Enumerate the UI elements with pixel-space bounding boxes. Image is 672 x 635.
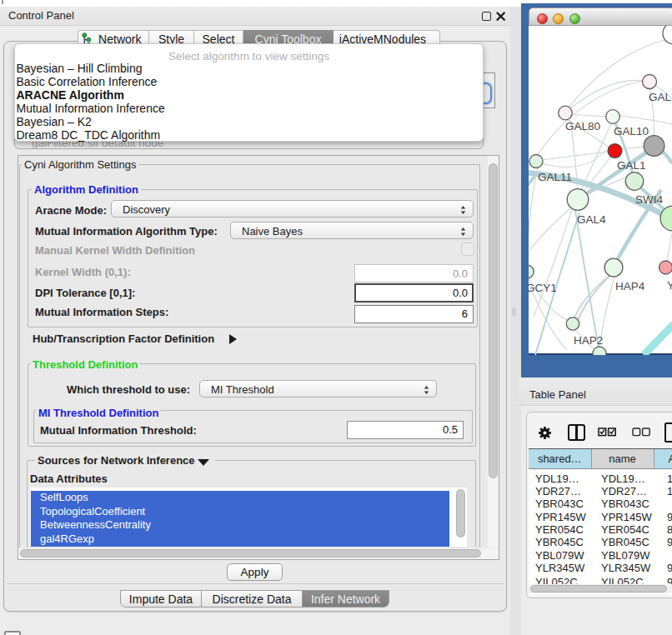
svg-text:GAL80: GAL80 [565, 120, 600, 132]
svg-text:GAL1: GAL1 [617, 159, 646, 172]
svg-text:HAP4: HAP4 [615, 280, 645, 292]
svg-text:GCY1: GCY1 [529, 282, 557, 294]
svg-text:GAL10: GAL10 [614, 125, 649, 138]
svg-text:HAP2: HAP2 [574, 334, 603, 347]
svg-text:YE: YE [667, 279, 672, 292]
svg-text:GAL7: GAL7 [649, 91, 672, 103]
svg-text:GAL4: GAL4 [577, 213, 606, 226]
svg-text:GAL11: GAL11 [538, 171, 572, 183]
svg-text:SWI4: SWI4 [635, 193, 663, 206]
